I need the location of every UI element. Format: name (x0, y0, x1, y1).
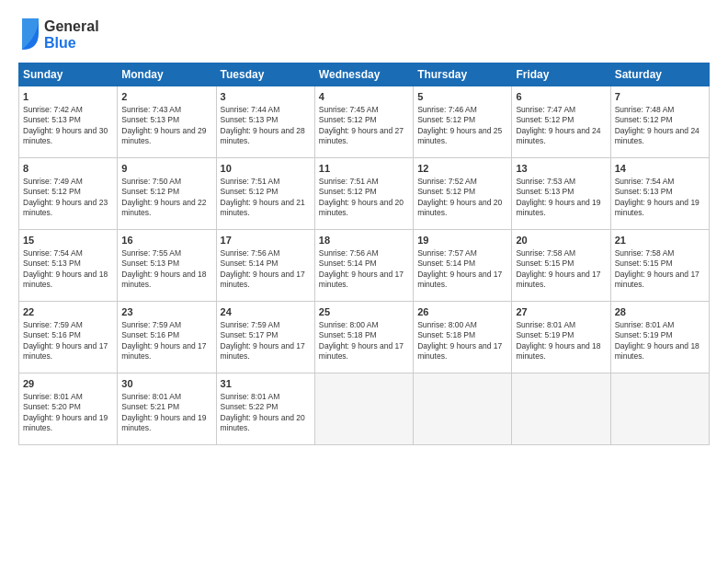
sunset-info: Sunset: 5:12 PM (417, 115, 475, 124)
header: General Blue (18, 15, 710, 53)
day-number: 12 (417, 162, 507, 176)
day-cell-22: 22Sunrise: 7:59 AMSunset: 5:16 PMDayligh… (19, 302, 118, 373)
sunset-info: Sunset: 5:13 PM (516, 187, 574, 196)
daylight-info: Daylight: 9 hours and 30 minutes. (23, 126, 108, 145)
sunrise-info: Sunrise: 7:51 AM (221, 177, 280, 186)
logo: General Blue (18, 15, 129, 53)
day-cell-30: 30Sunrise: 8:01 AMSunset: 5:21 PMDayligh… (118, 373, 216, 445)
daylight-info: Daylight: 9 hours and 17 minutes. (221, 270, 305, 289)
sunset-info: Sunset: 5:18 PM (319, 330, 377, 339)
sunrise-info: Sunrise: 8:00 AM (417, 320, 477, 329)
day-cell-21: 21Sunrise: 7:58 AMSunset: 5:15 PMDayligh… (610, 230, 709, 302)
daylight-info: Daylight: 9 hours and 17 minutes. (121, 341, 206, 361)
day-number: 26 (417, 305, 507, 319)
sunrise-info: Sunrise: 7:59 AM (121, 320, 181, 329)
sunrise-info: Sunrise: 7:58 AM (516, 248, 575, 258)
day-cell-3: 3Sunrise: 7:44 AMSunset: 5:13 PMDaylight… (216, 86, 314, 158)
sunrise-info: Sunrise: 7:43 AM (121, 105, 181, 114)
sunset-info: Sunset: 5:12 PM (516, 115, 574, 124)
day-cell-20: 20Sunrise: 7:58 AMSunset: 5:15 PMDayligh… (512, 230, 610, 302)
day-number: 6 (516, 90, 606, 104)
sunrise-info: Sunrise: 7:44 AM (221, 105, 280, 114)
sunset-info: Sunset: 5:16 PM (23, 330, 81, 339)
sunrise-info: Sunrise: 8:01 AM (121, 392, 181, 401)
day-cell-26: 26Sunrise: 8:00 AMSunset: 5:18 PMDayligh… (414, 302, 512, 373)
day-number: 8 (23, 162, 113, 176)
day-number: 7 (615, 90, 705, 104)
day-number: 18 (319, 234, 409, 247)
day-cell-25: 25Sunrise: 8:00 AMSunset: 5:18 PMDayligh… (314, 302, 413, 373)
col-header-sunday: Sunday (19, 63, 118, 86)
sunset-info: Sunset: 5:15 PM (516, 259, 574, 268)
sunset-info: Sunset: 5:15 PM (615, 259, 673, 268)
day-cell-10: 10Sunrise: 7:51 AMSunset: 5:12 PMDayligh… (216, 158, 314, 230)
day-cell-28: 28Sunrise: 8:01 AMSunset: 5:19 PMDayligh… (610, 302, 709, 373)
sunset-info: Sunset: 5:20 PM (23, 402, 81, 411)
sunrise-info: Sunrise: 7:56 AM (221, 248, 280, 258)
sunset-info: Sunset: 5:13 PM (23, 259, 81, 268)
daylight-info: Daylight: 9 hours and 24 minutes. (615, 126, 700, 145)
day-cell-11: 11Sunrise: 7:51 AMSunset: 5:12 PMDayligh… (314, 158, 413, 230)
sunrise-info: Sunrise: 7:57 AM (417, 248, 477, 258)
sunset-info: Sunset: 5:13 PM (121, 115, 179, 124)
day-number: 15 (23, 234, 113, 247)
sunset-info: Sunset: 5:13 PM (615, 187, 673, 196)
sunset-info: Sunset: 5:12 PM (23, 187, 81, 196)
day-number: 2 (121, 90, 211, 104)
sunset-info: Sunset: 5:13 PM (221, 115, 279, 124)
day-cell-17: 17Sunrise: 7:56 AMSunset: 5:14 PMDayligh… (216, 230, 314, 302)
daylight-info: Daylight: 9 hours and 29 minutes. (121, 126, 206, 145)
daylight-info: Daylight: 9 hours and 19 minutes. (23, 413, 108, 432)
sunset-info: Sunset: 5:13 PM (121, 259, 179, 268)
sunset-info: Sunset: 5:12 PM (221, 187, 279, 196)
day-cell-24: 24Sunrise: 7:59 AMSunset: 5:17 PMDayligh… (216, 302, 314, 373)
daylight-info: Daylight: 9 hours and 19 minutes. (615, 198, 700, 217)
day-cell-12: 12Sunrise: 7:52 AMSunset: 5:12 PMDayligh… (414, 158, 512, 230)
day-cell-31: 31Sunrise: 8:01 AMSunset: 5:22 PMDayligh… (216, 373, 314, 445)
day-number: 24 (221, 305, 311, 319)
sunset-info: Sunset: 5:19 PM (516, 330, 574, 339)
col-header-thursday: Thursday (414, 63, 512, 86)
svg-text:General: General (44, 18, 99, 34)
empty-cell (314, 373, 413, 445)
sunrise-info: Sunrise: 7:54 AM (615, 177, 675, 186)
sunset-info: Sunset: 5:12 PM (319, 187, 377, 196)
sunset-info: Sunset: 5:14 PM (221, 259, 279, 268)
sunrise-info: Sunrise: 7:46 AM (417, 105, 477, 114)
day-number: 28 (615, 305, 705, 319)
day-number: 13 (516, 162, 606, 176)
day-cell-27: 27Sunrise: 8:01 AMSunset: 5:19 PMDayligh… (512, 302, 610, 373)
day-number: 19 (417, 234, 507, 247)
sunrise-info: Sunrise: 7:59 AM (23, 320, 83, 329)
sunrise-info: Sunrise: 7:45 AM (319, 105, 379, 114)
day-cell-15: 15Sunrise: 7:54 AMSunset: 5:13 PMDayligh… (19, 230, 118, 302)
week-row-5: 29Sunrise: 8:01 AMSunset: 5:20 PMDayligh… (19, 373, 710, 445)
empty-cell (610, 373, 709, 445)
sunrise-info: Sunrise: 7:49 AM (23, 177, 83, 186)
sunrise-info: Sunrise: 7:53 AM (516, 177, 575, 186)
sunrise-info: Sunrise: 8:01 AM (23, 392, 83, 401)
day-number: 3 (221, 90, 311, 104)
daylight-info: Daylight: 9 hours and 25 minutes. (417, 126, 502, 145)
sunrise-info: Sunrise: 8:01 AM (221, 392, 280, 401)
general-blue-logo: General Blue (18, 15, 129, 53)
sunrise-info: Sunrise: 7:50 AM (121, 177, 181, 186)
empty-cell (414, 373, 512, 445)
col-header-saturday: Saturday (610, 63, 709, 86)
sunset-info: Sunset: 5:12 PM (615, 115, 673, 124)
day-cell-5: 5Sunrise: 7:46 AMSunset: 5:12 PMDaylight… (414, 86, 512, 158)
daylight-info: Daylight: 9 hours and 20 minutes. (221, 413, 305, 432)
day-cell-8: 8Sunrise: 7:49 AMSunset: 5:12 PMDaylight… (19, 158, 118, 230)
daylight-info: Daylight: 9 hours and 17 minutes. (417, 270, 502, 289)
day-number: 23 (121, 305, 211, 319)
daylight-info: Daylight: 9 hours and 18 minutes. (23, 270, 108, 289)
sunrise-info: Sunrise: 7:47 AM (516, 105, 575, 114)
sunset-info: Sunset: 5:12 PM (319, 115, 377, 124)
day-cell-4: 4Sunrise: 7:45 AMSunset: 5:12 PMDaylight… (314, 86, 413, 158)
daylight-info: Daylight: 9 hours and 18 minutes. (516, 341, 600, 361)
day-number: 17 (221, 234, 311, 247)
daylight-info: Daylight: 9 hours and 27 minutes. (319, 126, 404, 145)
day-number: 5 (417, 90, 507, 104)
day-number: 1 (23, 90, 113, 104)
day-cell-23: 23Sunrise: 7:59 AMSunset: 5:16 PMDayligh… (118, 302, 216, 373)
